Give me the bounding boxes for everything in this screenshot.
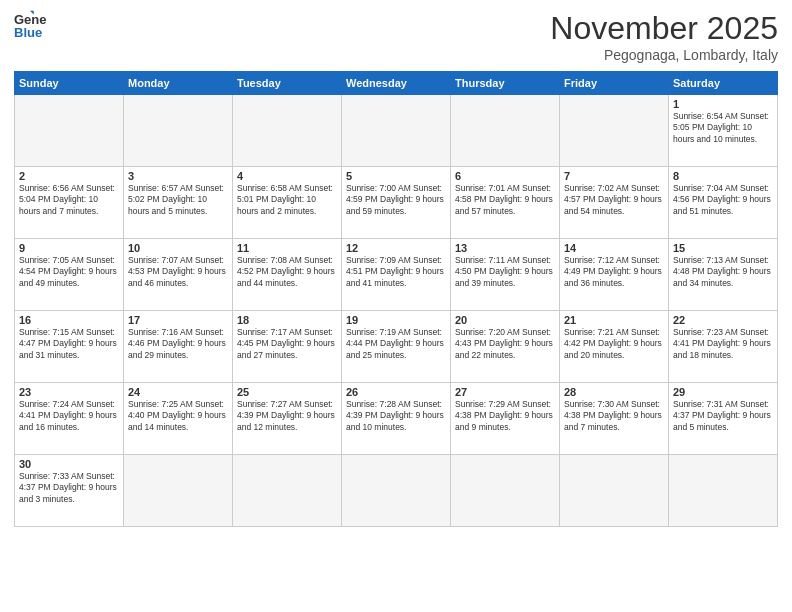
day-info: Sunrise: 7:28 AM Sunset: 4:39 PM Dayligh…	[346, 399, 446, 433]
calendar-cell	[233, 95, 342, 167]
calendar-cell: 12Sunrise: 7:09 AM Sunset: 4:51 PM Dayli…	[342, 239, 451, 311]
day-number: 6	[455, 170, 555, 182]
day-number: 8	[673, 170, 773, 182]
day-number: 4	[237, 170, 337, 182]
calendar-week-4: 16Sunrise: 7:15 AM Sunset: 4:47 PM Dayli…	[15, 311, 778, 383]
day-info: Sunrise: 7:02 AM Sunset: 4:57 PM Dayligh…	[564, 183, 664, 217]
day-info: Sunrise: 7:07 AM Sunset: 4:53 PM Dayligh…	[128, 255, 228, 289]
calendar-cell: 26Sunrise: 7:28 AM Sunset: 4:39 PM Dayli…	[342, 383, 451, 455]
day-number: 20	[455, 314, 555, 326]
calendar-week-2: 2Sunrise: 6:56 AM Sunset: 5:04 PM Daylig…	[15, 167, 778, 239]
day-info: Sunrise: 7:21 AM Sunset: 4:42 PM Dayligh…	[564, 327, 664, 361]
logo-icon: General Blue	[14, 10, 46, 38]
calendar-table: SundayMondayTuesdayWednesdayThursdayFrid…	[14, 71, 778, 527]
day-number: 17	[128, 314, 228, 326]
day-info: Sunrise: 7:19 AM Sunset: 4:44 PM Dayligh…	[346, 327, 446, 361]
day-number: 28	[564, 386, 664, 398]
day-number: 27	[455, 386, 555, 398]
calendar-cell	[124, 455, 233, 527]
day-info: Sunrise: 7:20 AM Sunset: 4:43 PM Dayligh…	[455, 327, 555, 361]
calendar-cell: 1Sunrise: 6:54 AM Sunset: 5:05 PM Daylig…	[669, 95, 778, 167]
calendar-week-5: 23Sunrise: 7:24 AM Sunset: 4:41 PM Dayli…	[15, 383, 778, 455]
calendar-cell: 6Sunrise: 7:01 AM Sunset: 4:58 PM Daylig…	[451, 167, 560, 239]
day-info: Sunrise: 7:24 AM Sunset: 4:41 PM Dayligh…	[19, 399, 119, 433]
weekday-header-tuesday: Tuesday	[233, 72, 342, 95]
day-info: Sunrise: 7:29 AM Sunset: 4:38 PM Dayligh…	[455, 399, 555, 433]
calendar-cell	[451, 95, 560, 167]
calendar-cell: 5Sunrise: 7:00 AM Sunset: 4:59 PM Daylig…	[342, 167, 451, 239]
calendar-cell: 29Sunrise: 7:31 AM Sunset: 4:37 PM Dayli…	[669, 383, 778, 455]
day-number: 26	[346, 386, 446, 398]
day-info: Sunrise: 7:13 AM Sunset: 4:48 PM Dayligh…	[673, 255, 773, 289]
calendar-cell: 22Sunrise: 7:23 AM Sunset: 4:41 PM Dayli…	[669, 311, 778, 383]
calendar-cell: 16Sunrise: 7:15 AM Sunset: 4:47 PM Dayli…	[15, 311, 124, 383]
calendar-cell: 8Sunrise: 7:04 AM Sunset: 4:56 PM Daylig…	[669, 167, 778, 239]
calendar-cell: 15Sunrise: 7:13 AM Sunset: 4:48 PM Dayli…	[669, 239, 778, 311]
weekday-header-friday: Friday	[560, 72, 669, 95]
day-info: Sunrise: 7:25 AM Sunset: 4:40 PM Dayligh…	[128, 399, 228, 433]
header: General Blue November 2025 Pegognaga, Lo…	[14, 10, 778, 63]
weekday-header-wednesday: Wednesday	[342, 72, 451, 95]
day-number: 3	[128, 170, 228, 182]
day-number: 30	[19, 458, 119, 470]
title-block: November 2025 Pegognaga, Lombardy, Italy	[550, 10, 778, 63]
calendar-cell: 27Sunrise: 7:29 AM Sunset: 4:38 PM Dayli…	[451, 383, 560, 455]
calendar-week-1: 1Sunrise: 6:54 AM Sunset: 5:05 PM Daylig…	[15, 95, 778, 167]
logo: General Blue	[14, 10, 46, 38]
calendar-cell	[15, 95, 124, 167]
weekday-header-monday: Monday	[124, 72, 233, 95]
weekday-header-sunday: Sunday	[15, 72, 124, 95]
day-info: Sunrise: 7:30 AM Sunset: 4:38 PM Dayligh…	[564, 399, 664, 433]
calendar-week-3: 9Sunrise: 7:05 AM Sunset: 4:54 PM Daylig…	[15, 239, 778, 311]
calendar-cell: 30Sunrise: 7:33 AM Sunset: 4:37 PM Dayli…	[15, 455, 124, 527]
calendar-cell: 21Sunrise: 7:21 AM Sunset: 4:42 PM Dayli…	[560, 311, 669, 383]
day-info: Sunrise: 7:27 AM Sunset: 4:39 PM Dayligh…	[237, 399, 337, 433]
day-info: Sunrise: 7:05 AM Sunset: 4:54 PM Dayligh…	[19, 255, 119, 289]
day-number: 21	[564, 314, 664, 326]
day-number: 9	[19, 242, 119, 254]
day-number: 7	[564, 170, 664, 182]
day-number: 18	[237, 314, 337, 326]
day-info: Sunrise: 6:56 AM Sunset: 5:04 PM Dayligh…	[19, 183, 119, 217]
day-info: Sunrise: 7:33 AM Sunset: 4:37 PM Dayligh…	[19, 471, 119, 505]
calendar-cell: 7Sunrise: 7:02 AM Sunset: 4:57 PM Daylig…	[560, 167, 669, 239]
calendar-cell: 18Sunrise: 7:17 AM Sunset: 4:45 PM Dayli…	[233, 311, 342, 383]
day-number: 29	[673, 386, 773, 398]
calendar-cell: 9Sunrise: 7:05 AM Sunset: 4:54 PM Daylig…	[15, 239, 124, 311]
calendar-cell	[560, 95, 669, 167]
calendar-week-6: 30Sunrise: 7:33 AM Sunset: 4:37 PM Dayli…	[15, 455, 778, 527]
calendar-cell: 20Sunrise: 7:20 AM Sunset: 4:43 PM Dayli…	[451, 311, 560, 383]
day-info: Sunrise: 6:58 AM Sunset: 5:01 PM Dayligh…	[237, 183, 337, 217]
day-info: Sunrise: 6:54 AM Sunset: 5:05 PM Dayligh…	[673, 111, 773, 145]
calendar-cell	[560, 455, 669, 527]
calendar-cell: 11Sunrise: 7:08 AM Sunset: 4:52 PM Dayli…	[233, 239, 342, 311]
day-info: Sunrise: 7:01 AM Sunset: 4:58 PM Dayligh…	[455, 183, 555, 217]
calendar-cell: 28Sunrise: 7:30 AM Sunset: 4:38 PM Dayli…	[560, 383, 669, 455]
day-info: Sunrise: 6:57 AM Sunset: 5:02 PM Dayligh…	[128, 183, 228, 217]
calendar-cell: 2Sunrise: 6:56 AM Sunset: 5:04 PM Daylig…	[15, 167, 124, 239]
calendar-cell	[342, 95, 451, 167]
calendar-cell: 13Sunrise: 7:11 AM Sunset: 4:50 PM Dayli…	[451, 239, 560, 311]
day-number: 22	[673, 314, 773, 326]
calendar-cell: 25Sunrise: 7:27 AM Sunset: 4:39 PM Dayli…	[233, 383, 342, 455]
day-number: 11	[237, 242, 337, 254]
day-info: Sunrise: 7:11 AM Sunset: 4:50 PM Dayligh…	[455, 255, 555, 289]
day-number: 1	[673, 98, 773, 110]
day-number: 19	[346, 314, 446, 326]
day-number: 23	[19, 386, 119, 398]
calendar-cell	[233, 455, 342, 527]
calendar-cell	[124, 95, 233, 167]
day-info: Sunrise: 7:31 AM Sunset: 4:37 PM Dayligh…	[673, 399, 773, 433]
calendar-cell: 19Sunrise: 7:19 AM Sunset: 4:44 PM Dayli…	[342, 311, 451, 383]
day-info: Sunrise: 7:09 AM Sunset: 4:51 PM Dayligh…	[346, 255, 446, 289]
calendar-cell: 17Sunrise: 7:16 AM Sunset: 4:46 PM Dayli…	[124, 311, 233, 383]
month-title: November 2025	[550, 10, 778, 47]
day-info: Sunrise: 7:23 AM Sunset: 4:41 PM Dayligh…	[673, 327, 773, 361]
day-info: Sunrise: 7:15 AM Sunset: 4:47 PM Dayligh…	[19, 327, 119, 361]
weekday-header-row: SundayMondayTuesdayWednesdayThursdayFrid…	[15, 72, 778, 95]
day-number: 16	[19, 314, 119, 326]
day-info: Sunrise: 7:12 AM Sunset: 4:49 PM Dayligh…	[564, 255, 664, 289]
day-number: 2	[19, 170, 119, 182]
calendar-page: General Blue November 2025 Pegognaga, Lo…	[0, 0, 792, 612]
day-info: Sunrise: 7:08 AM Sunset: 4:52 PM Dayligh…	[237, 255, 337, 289]
